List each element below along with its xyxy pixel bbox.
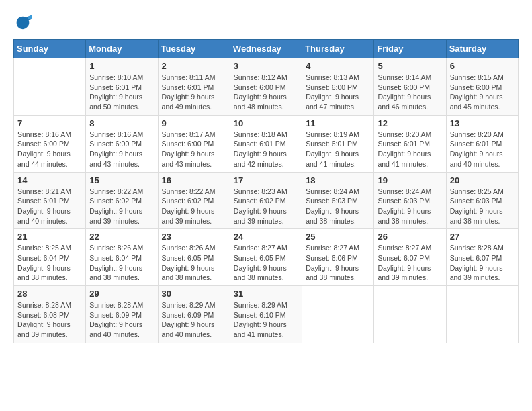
day-number: 1 [89,61,154,71]
day-number: 3 [234,61,298,71]
day-info: Sunrise: 8:15 AMSunset: 6:00 PMDaylight:… [450,73,515,112]
calendar-day-cell: 26Sunrise: 8:27 AMSunset: 6:07 PMDayligh… [374,229,446,286]
day-info: Sunrise: 8:27 AMSunset: 6:07 PMDaylight:… [378,243,442,283]
calendar-day-cell: 9Sunrise: 8:17 AMSunset: 6:00 PMDaylight… [158,115,230,172]
day-info: Sunrise: 8:16 AMSunset: 6:00 PMDaylight:… [89,130,154,169]
day-number: 11 [306,118,370,128]
calendar-day-cell: 7Sunrise: 8:16 AMSunset: 6:00 PMDaylight… [14,115,86,172]
calendar-day-cell: 31Sunrise: 8:29 AMSunset: 6:10 PMDayligh… [230,286,302,343]
day-number: 27 [450,232,515,242]
calendar-day-cell: 24Sunrise: 8:27 AMSunset: 6:05 PMDayligh… [230,229,302,286]
day-info: Sunrise: 8:27 AMSunset: 6:05 PMDaylight:… [234,243,298,283]
day-info: Sunrise: 8:24 AMSunset: 6:03 PMDaylight:… [306,187,370,226]
day-info: Sunrise: 8:26 AMSunset: 6:04 PMDaylight:… [89,243,154,283]
day-info: Sunrise: 8:10 AMSunset: 6:01 PMDaylight:… [89,73,154,112]
calendar-day-cell: 22Sunrise: 8:26 AMSunset: 6:04 PMDayligh… [86,229,158,286]
day-info: Sunrise: 8:28 AMSunset: 6:08 PMDaylight:… [17,300,82,340]
calendar-day-cell: 8Sunrise: 8:16 AMSunset: 6:00 PMDaylight… [86,115,158,172]
day-info: Sunrise: 8:19 AMSunset: 6:01 PMDaylight:… [306,130,370,169]
day-info: Sunrise: 8:25 AMSunset: 6:04 PMDaylight:… [17,243,82,283]
day-number: 7 [17,118,82,128]
day-info: Sunrise: 8:20 AMSunset: 6:01 PMDaylight:… [378,130,442,169]
calendar-day-cell: 2Sunrise: 8:11 AMSunset: 6:01 PMDaylight… [158,58,230,116]
calendar-day-cell: 25Sunrise: 8:27 AMSunset: 6:06 PMDayligh… [302,229,374,286]
day-number: 30 [162,289,226,299]
calendar-week-row: 7Sunrise: 8:16 AMSunset: 6:00 PMDaylight… [14,115,519,172]
calendar-day-cell: 16Sunrise: 8:22 AMSunset: 6:02 PMDayligh… [158,172,230,229]
day-number: 5 [378,61,442,71]
calendar-day-cell: 27Sunrise: 8:28 AMSunset: 6:07 PMDayligh… [446,229,518,286]
day-number: 23 [162,232,226,242]
day-info: Sunrise: 8:20 AMSunset: 6:01 PMDaylight:… [450,130,515,169]
day-number: 6 [450,61,515,71]
calendar-day-cell: 19Sunrise: 8:24 AMSunset: 6:03 PMDayligh… [374,172,446,229]
calendar-day-cell [446,286,518,343]
day-number: 24 [234,232,298,242]
calendar-day-cell: 15Sunrise: 8:22 AMSunset: 6:02 PMDayligh… [86,172,158,229]
day-of-week-header: Friday [374,40,446,58]
calendar-day-cell: 21Sunrise: 8:25 AMSunset: 6:04 PMDayligh… [14,229,86,286]
day-info: Sunrise: 8:29 AMSunset: 6:10 PMDaylight:… [234,300,298,340]
day-number: 13 [450,118,515,128]
calendar-day-cell: 11Sunrise: 8:19 AMSunset: 6:01 PMDayligh… [302,115,374,172]
day-number: 20 [450,175,515,185]
day-number: 21 [17,232,82,242]
calendar-day-cell: 6Sunrise: 8:15 AMSunset: 6:00 PMDaylight… [446,58,518,116]
calendar-week-row: 14Sunrise: 8:21 AMSunset: 6:01 PMDayligh… [14,172,519,229]
day-number: 17 [234,175,298,185]
day-info: Sunrise: 8:28 AMSunset: 6:07 PMDaylight:… [450,243,515,283]
day-number: 25 [306,232,370,242]
day-of-week-header: Monday [86,40,158,58]
calendar-day-cell: 29Sunrise: 8:28 AMSunset: 6:09 PMDayligh… [86,286,158,343]
day-of-week-header: Sunday [14,40,86,58]
calendar-day-cell: 3Sunrise: 8:12 AMSunset: 6:00 PMDaylight… [230,58,302,116]
calendar-day-cell [374,286,446,343]
day-number: 15 [89,175,154,185]
day-number: 22 [89,232,154,242]
calendar-day-cell [302,286,374,343]
day-number: 2 [162,61,226,71]
logo [13,13,35,32]
day-number: 8 [89,118,154,128]
calendar-day-cell: 1Sunrise: 8:10 AMSunset: 6:01 PMDaylight… [86,58,158,116]
day-info: Sunrise: 8:29 AMSunset: 6:09 PMDaylight:… [162,300,226,340]
day-number: 31 [234,289,298,299]
day-info: Sunrise: 8:28 AMSunset: 6:09 PMDaylight:… [89,300,154,340]
calendar-week-row: 28Sunrise: 8:28 AMSunset: 6:08 PMDayligh… [14,286,519,343]
day-of-week-header: Saturday [446,40,518,58]
day-info: Sunrise: 8:22 AMSunset: 6:02 PMDaylight:… [89,187,154,226]
calendar-day-cell: 28Sunrise: 8:28 AMSunset: 6:08 PMDayligh… [14,286,86,343]
page-header [13,13,519,32]
day-of-week-header: Thursday [302,40,374,58]
calendar-week-row: 21Sunrise: 8:25 AMSunset: 6:04 PMDayligh… [14,229,519,286]
calendar-day-cell: 17Sunrise: 8:23 AMSunset: 6:02 PMDayligh… [230,172,302,229]
day-number: 26 [378,232,442,242]
day-info: Sunrise: 8:23 AMSunset: 6:02 PMDaylight:… [234,187,298,226]
day-info: Sunrise: 8:17 AMSunset: 6:00 PMDaylight:… [162,130,226,169]
day-number: 18 [306,175,370,185]
day-info: Sunrise: 8:25 AMSunset: 6:03 PMDaylight:… [450,187,515,226]
calendar-day-cell: 18Sunrise: 8:24 AMSunset: 6:03 PMDayligh… [302,172,374,229]
day-number: 16 [162,175,226,185]
day-of-week-header: Wednesday [230,40,302,58]
calendar-day-cell: 10Sunrise: 8:18 AMSunset: 6:01 PMDayligh… [230,115,302,172]
day-info: Sunrise: 8:11 AMSunset: 6:01 PMDaylight:… [162,73,226,112]
logo-icon [13,13,32,32]
day-info: Sunrise: 8:16 AMSunset: 6:00 PMDaylight:… [17,130,82,169]
calendar-day-cell: 23Sunrise: 8:26 AMSunset: 6:05 PMDayligh… [158,229,230,286]
calendar-day-cell: 13Sunrise: 8:20 AMSunset: 6:01 PMDayligh… [446,115,518,172]
calendar-day-cell: 4Sunrise: 8:13 AMSunset: 6:00 PMDaylight… [302,58,374,116]
day-info: Sunrise: 8:26 AMSunset: 6:05 PMDaylight:… [162,243,226,283]
day-info: Sunrise: 8:22 AMSunset: 6:02 PMDaylight:… [162,187,226,226]
day-number: 28 [17,289,82,299]
day-info: Sunrise: 8:18 AMSunset: 6:01 PMDaylight:… [234,130,298,169]
calendar-day-cell: 20Sunrise: 8:25 AMSunset: 6:03 PMDayligh… [446,172,518,229]
calendar-week-row: 1Sunrise: 8:10 AMSunset: 6:01 PMDaylight… [14,58,519,116]
calendar-day-cell: 12Sunrise: 8:20 AMSunset: 6:01 PMDayligh… [374,115,446,172]
day-info: Sunrise: 8:27 AMSunset: 6:06 PMDaylight:… [306,243,370,283]
day-number: 9 [162,118,226,128]
calendar-day-cell [14,58,86,116]
day-info: Sunrise: 8:24 AMSunset: 6:03 PMDaylight:… [378,187,442,226]
day-of-week-header: Tuesday [158,40,230,58]
day-info: Sunrise: 8:13 AMSunset: 6:00 PMDaylight:… [306,73,370,112]
